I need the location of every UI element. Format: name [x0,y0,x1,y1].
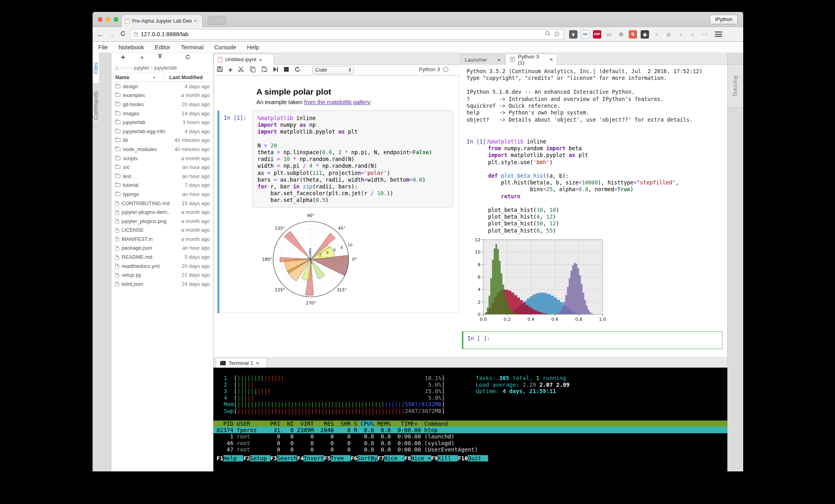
minimize-window-button[interactable] [106,17,110,22]
url-bar[interactable]: 127.0.0.1:8888/lab [130,29,564,40]
url-text[interactable]: 127.0.0.1:8888/lab [141,31,188,37]
list-item[interactable]: jupyter_plugins.pnga month ago [111,217,213,226]
list-item[interactable]: CONTRIBUTING.md15 days ago [111,199,213,208]
close-launcher-icon[interactable]: × [497,57,500,63]
process-row[interactable]: 1 root 0 0 0 0 0 0.0 0.0 0:00.00 (launch… [213,433,727,440]
list-item[interactable]: README.md5 days ago [111,252,213,262]
home-icon[interactable]: ⌂ [115,64,119,71]
list-item[interactable]: tutorial7 days ago [111,181,213,190]
console-input-cell[interactable]: In [ ]: [462,331,723,349]
process-row[interactable]: 46 root 0 0 0 0 0 0.0 0.0 0:00.00 (syslo… [213,440,727,446]
run-cell-button[interactable] [273,66,279,74]
new-tab-button[interactable] [208,16,226,25]
sort-asc-icon[interactable]: ▲ [152,75,156,79]
reload-button[interactable] [120,30,126,39]
dot-ext-icon[interactable]: ● [676,30,685,39]
new-file-button[interactable]: + [121,53,125,62]
camera-ext-icon[interactable]: ▣ [665,30,673,39]
breadcrumb[interactable]: ⌂›⋯›jupyter›jupyterlab [111,63,213,73]
folder-icon [115,85,120,88]
menu-help[interactable]: Help [247,44,259,50]
menu-file[interactable]: File [98,44,108,50]
zoom-window-button[interactable] [114,17,118,22]
tab-terminal[interactable]: Terminal 1 × [216,358,267,368]
list-item[interactable]: node_modules40 minutes ago [111,145,213,154]
notebook-ext-icon[interactable]: Nb [581,30,589,39]
column-name[interactable]: Name [111,74,129,80]
code-cell[interactable]: %matplotlib inlineimport numpy as npimpo… [252,110,453,207]
tab-notebook[interactable]: Untitled.ipynt ● [213,54,274,65]
selected-process-row[interactable]: 82374 fperez 31 0 2389M 2048 0 R 0.0 0.0… [213,427,727,433]
file-list-header[interactable]: Name ▲ Last Modified [111,73,213,82]
list-item[interactable]: srcan hour ago [111,163,213,172]
breadcrumb-jupyter[interactable]: jupyter [134,65,149,71]
list-item[interactable]: tslint.json24 days ago [111,279,213,289]
drive-ext-icon[interactable]: ▲ [688,30,697,39]
list-item[interactable]: scriptsa month ago [111,154,213,163]
restart-kernel-button[interactable] [294,66,301,74]
breadcrumb-jupyterlab[interactable]: jupyterlab [154,65,176,71]
upload-button[interactable] [157,54,163,62]
sidebar-tab-files[interactable]: Files [93,53,99,84]
cell-code[interactable]: %matplotlib inlineimport numpy as npimpo… [258,115,448,204]
steering-icon[interactable]: ◉ [641,30,649,39]
list-item[interactable]: jupyterlab3 hours ago [111,118,213,127]
list-item[interactable]: readthedocs.yml20 days ago [111,262,213,271]
insert-cell-button[interactable]: + [228,67,232,73]
bookmark-star-icon[interactable] [554,31,560,38]
profile-button[interactable]: IPython [710,15,738,24]
recycle-icon[interactable]: ♻ [617,30,625,39]
tab-launcher[interactable]: Launcher × [460,54,505,65]
list-item[interactable]: design4 days ago [111,82,213,91]
stop-kernel-button[interactable] [284,66,289,74]
process-row[interactable]: 47 root 0 0 0 0 0 0.0 0.0 0:00.00 (UserE… [213,446,727,453]
htop-function-key-bar[interactable]: F1Help F2Setup F3SearchF4InvertF5Tree F6… [213,455,727,462]
list-item[interactable]: examplesa month ago [111,91,213,100]
menu-notebook[interactable]: Notebook [118,44,144,50]
close-console-icon[interactable]: × [550,56,553,62]
matplotlib-gallery-link[interactable]: from the matplotlib gallery [304,99,370,105]
browser-menu-icon[interactable] [715,31,722,37]
breadcrumb-ellipsis[interactable]: ⋯ [124,65,129,71]
sidebar-tab-running[interactable]: Running [728,64,743,108]
forward-button[interactable]: → [108,31,116,38]
paste-cells-button[interactable] [261,66,267,74]
adblock-plus-icon[interactable]: ABP [593,30,601,39]
cut-cells-button[interactable] [238,66,244,74]
sidebar-tab-commands[interactable]: Commands [93,84,99,127]
dots-ext-icon[interactable]: (…) [700,30,709,39]
list-item[interactable]: MANIFEST.ina month ago [111,235,213,244]
list-item[interactable]: typingsan hour ago [111,190,213,199]
menu-console[interactable]: Console [214,44,236,50]
chromecast-icon[interactable]: ▭ [605,30,613,39]
menu-terminal[interactable]: Terminal [181,44,204,50]
column-modified[interactable]: Last Modified [163,74,213,80]
browser-tab[interactable]: Pre-Alpha Jupyter Lab Dem × [121,14,203,27]
plus-ext-icon[interactable]: + [653,30,661,39]
search-icon[interactable] [545,31,551,38]
copy-cells-button[interactable] [250,66,256,74]
list-item[interactable]: lib40 minutes ago [111,136,213,145]
save-button[interactable] [217,66,223,74]
list-item[interactable]: git-hooks20 days ago [111,100,213,109]
pocket-icon[interactable]: ∨ [569,30,577,39]
list-item[interactable]: jupyterlab.egg-info4 days ago [111,127,213,136]
terminal-screen[interactable]: 1 [|||||||||||||| 18.1%]2 [||||| 5.0%]3 … [213,368,727,471]
list-item[interactable]: LICENSEa month ago [111,226,213,235]
close-terminal-icon[interactable]: × [256,360,259,366]
refresh-button[interactable] [184,54,191,62]
cell-type-select[interactable]: Code ▲▼ [312,66,354,74]
tab-python-console[interactable]: Python 3 (1) × [506,54,557,65]
close-window-button[interactable] [98,17,103,22]
plugin-power-icon[interactable]: ↯ [629,30,637,39]
new-dropdown-caret-icon[interactable]: ▼ [140,55,144,60]
back-button[interactable]: ← [97,31,104,38]
close-tab-icon[interactable]: × [194,18,197,24]
list-item[interactable]: jupyter-plugins-dem..a month ago [111,207,213,217]
list-item[interactable]: package.jsonan hour ago [111,244,213,253]
console-code[interactable]: %matplotlib inlinefrom numpy.random impo… [488,138,679,234]
menu-editor[interactable]: Editor [155,44,170,50]
list-item[interactable]: images14 days ago [111,109,213,118]
list-item[interactable]: setup.py21 days ago [111,270,213,279]
list-item[interactable]: testan hour ago [111,172,213,181]
